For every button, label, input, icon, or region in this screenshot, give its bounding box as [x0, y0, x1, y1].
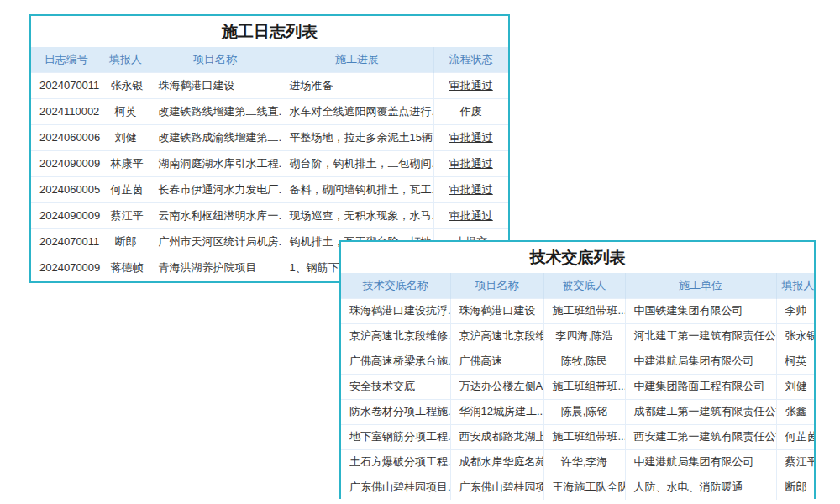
disclosure-name-link[interactable]: 安全技术交底 — [341, 374, 450, 399]
disclosure-name-link[interactable]: 珠海鹤港口建设抗浮... — [341, 298, 450, 323]
disclosure-project-link[interactable]: 华润12城房建工... — [450, 399, 543, 424]
log-status-badge[interactable]: 审批通过 — [433, 176, 508, 202]
disclosure-reporter-cell[interactable]: 刘健 — [776, 374, 814, 399]
construction-log-table-row: 2024090009林康平湖南洞庭湖水库引水工程...砌台阶，钩机排土，二包砌间… — [31, 150, 508, 176]
log-project-link[interactable]: 广州市天河区统计局机房... — [150, 228, 281, 255]
technical-disclosure-table-row: 广东佛山碧桂园项目...广东佛山碧桂园项目王海施工队全队人防、水电、消防暖通断郎 — [341, 475, 814, 500]
technical-disclosure-panel: 技术交底列表 技术交底名称项目名称被交底人施工单位填报人 珠海鹤港口建设抗浮..… — [339, 240, 816, 499]
log-progress-cell: 备料，砌间墙钩机排土，瓦工... — [281, 176, 433, 202]
log-project-link[interactable]: 珠海鹤港口建设 — [150, 72, 281, 98]
technical-disclosure-column-header: 施工单位 — [625, 273, 776, 298]
technical-disclosure-table-header: 技术交底名称项目名称被交底人施工单位填报人 — [341, 273, 814, 298]
technical-disclosure-table: 技术交底名称项目名称被交底人施工单位填报人 珠海鹤港口建设抗浮...珠海鹤港口建… — [341, 273, 814, 500]
disclosure-reporter-cell[interactable]: 张鑫 — [776, 399, 814, 424]
technical-disclosure-title: 技术交底列表 — [341, 242, 814, 273]
log-project-link[interactable]: 长春市伊通河水力发电厂... — [150, 176, 281, 202]
disclosure-reporter-cell[interactable]: 李帅 — [776, 298, 814, 323]
disclosure-project-link[interactable]: 广佛高速 — [450, 349, 543, 374]
disclosure-receiver-cell: 施工班组带班... — [543, 424, 625, 449]
log-status-badge: 作废 — [433, 98, 508, 124]
disclosure-reporter-cell[interactable]: 柯英 — [776, 349, 814, 374]
log-reporter-cell[interactable]: 刘健 — [102, 124, 150, 150]
disclosure-project-link[interactable]: 广东佛山碧桂园项目 — [450, 475, 543, 500]
technical-disclosure-table-row: 京沪高速北京段维修...京沪高速北京段维修李四海,陈浩河北建工第一建筑有限责任公… — [341, 323, 814, 349]
log-status-badge[interactable]: 审批通过 — [433, 150, 508, 176]
construction-log-table-row: 2024090009蔡江平云南水利枢纽潜明水库一...现场巡查，无积水现象，水马… — [31, 202, 508, 228]
disclosure-name-link[interactable]: 广佛高速桥梁承台施... — [341, 349, 450, 374]
log-project-link[interactable]: 云南水利枢纽潜明水库一... — [150, 202, 281, 228]
disclosure-unit-cell: 中国铁建集团有限公司 — [625, 298, 776, 323]
log-project-link[interactable]: 青海洪湖养护院项目 — [150, 255, 281, 281]
disclosure-receiver-cell: 许华,李海 — [543, 449, 625, 475]
disclosure-receiver-cell: 施工班组带班... — [543, 298, 625, 323]
disclosure-reporter-cell[interactable]: 断郎 — [776, 475, 814, 500]
construction-log-column-header: 施工进展 — [281, 47, 433, 72]
technical-disclosure-column-header: 技术交底名称 — [341, 273, 450, 298]
disclosure-receiver-cell: 王海施工队全队 — [543, 475, 625, 500]
log-id-cell[interactable]: 2024060006 — [31, 124, 102, 150]
log-status-badge[interactable]: 审批通过 — [433, 72, 508, 98]
disclosure-receiver-cell: 陈牧,陈民 — [543, 349, 625, 374]
log-id-cell[interactable]: 2024090009 — [31, 150, 102, 176]
log-reporter-cell[interactable]: 何芷茵 — [102, 176, 150, 202]
technical-disclosure-table-row: 土石方爆破分项工程...成都水岸华庭名苑...许华,李海中建港航局集团有限公司蔡… — [341, 449, 814, 475]
log-project-link[interactable]: 改建铁路线增建第二线直... — [150, 98, 281, 124]
disclosure-project-link[interactable]: 珠海鹤港口建设 — [450, 298, 543, 323]
technical-disclosure-table-row: 防水卷材分项工程施...华润12城房建工...陈晨,陈铭成都建工第一建筑有限责任… — [341, 399, 814, 424]
disclosure-unit-cell: 成都建工第一建筑有限责任公司 — [625, 399, 776, 424]
disclosure-name-link[interactable]: 土石方爆破分项工程... — [341, 449, 450, 475]
disclosure-receiver-cell: 李四海,陈浩 — [543, 323, 625, 349]
log-progress-cell: 现场巡查，无积水现象，水马... — [281, 202, 433, 228]
disclosure-reporter-cell[interactable]: 蔡江平 — [776, 449, 814, 475]
construction-log-table-row: 2024060006刘健改建铁路成渝线增建第二...平整场地，拉走多余泥土15辆… — [31, 124, 508, 150]
disclosure-project-link[interactable]: 万达办公楼左侧A... — [450, 374, 543, 399]
log-reporter-cell[interactable]: 蔡江平 — [102, 202, 150, 228]
construction-log-table-header: 日志编号填报人项目名称施工进展流程状态 — [31, 47, 508, 72]
log-id-cell[interactable]: 2024070009 — [31, 255, 102, 281]
log-reporter-cell[interactable]: 柯英 — [102, 98, 150, 124]
log-id-cell[interactable]: 2024090009 — [31, 202, 102, 228]
log-progress-cell: 进场准备 — [281, 72, 433, 98]
technical-disclosure-table-body: 珠海鹤港口建设抗浮...珠海鹤港口建设施工班组带班...中国铁建集团有限公司李帅… — [341, 298, 814, 500]
log-reporter-cell[interactable]: 蒋德帧 — [102, 255, 150, 281]
log-progress-cell: 水车对全线遮阳网覆盖点进行... — [281, 98, 433, 124]
disclosure-project-link[interactable]: 西安成都路龙湖上... — [450, 424, 543, 449]
log-id-cell[interactable]: 2024110002 — [31, 98, 102, 124]
log-id-cell[interactable]: 2024070011 — [31, 228, 102, 255]
disclosure-name-link[interactable]: 地下室钢筋分项工程... — [341, 424, 450, 449]
disclosure-name-link[interactable]: 广东佛山碧桂园项目... — [341, 475, 450, 500]
disclosure-reporter-cell[interactable]: 张永银 — [776, 323, 814, 349]
technical-disclosure-table-row: 地下室钢筋分项工程...西安成都路龙湖上...施工班组带班...西安建工第一建筑… — [341, 424, 814, 449]
disclosure-unit-cell: 中建港航局集团有限公司 — [625, 349, 776, 374]
log-reporter-cell[interactable]: 断郎 — [102, 228, 150, 255]
log-progress-cell: 砌台阶，钩机排土，二包砌间... — [281, 150, 433, 176]
log-id-cell[interactable]: 2024070011 — [31, 72, 102, 98]
construction-log-table-row: 2024110002柯英改建铁路线增建第二线直...水车对全线遮阳网覆盖点进行.… — [31, 98, 508, 124]
disclosure-unit-cell: 西安建工第一建筑有限责任公司 — [625, 424, 776, 449]
technical-disclosure-table-row: 广佛高速桥梁承台施...广佛高速陈牧,陈民中建港航局集团有限公司柯英 — [341, 349, 814, 374]
disclosure-unit-cell: 中建集团路面工程有限公司 — [625, 374, 776, 399]
construction-log-table-row: 2024070011张永银珠海鹤港口建设进场准备审批通过 — [31, 72, 508, 98]
disclosure-project-link[interactable]: 成都水岸华庭名苑... — [450, 449, 543, 475]
construction-log-table-row: 2024060005何芷茵长春市伊通河水力发电厂...备料，砌间墙钩机排土，瓦工… — [31, 176, 508, 202]
disclosure-name-link[interactable]: 防水卷材分项工程施... — [341, 399, 450, 424]
table-header-row: 日志编号填报人项目名称施工进展流程状态 — [31, 47, 508, 72]
page-background: 施工日志列表 日志编号填报人项目名称施工进展流程状态 2024070011张永银… — [0, 0, 840, 504]
disclosure-reporter-cell[interactable]: 何芷茵 — [776, 424, 814, 449]
log-progress-cell: 平整场地，拉走多余泥土15辆... — [281, 124, 433, 150]
disclosure-name-link[interactable]: 京沪高速北京段维修... — [341, 323, 450, 349]
log-project-link[interactable]: 湖南洞庭湖水库引水工程... — [150, 150, 281, 176]
construction-log-column-header: 填报人 — [102, 47, 150, 72]
disclosure-project-link[interactable]: 京沪高速北京段维修 — [450, 323, 543, 349]
construction-log-column-header: 项目名称 — [150, 47, 281, 72]
log-reporter-cell[interactable]: 林康平 — [102, 150, 150, 176]
disclosure-unit-cell: 中建港航局集团有限公司 — [625, 449, 776, 475]
log-status-badge[interactable]: 审批通过 — [433, 202, 508, 228]
log-status-badge[interactable]: 审批通过 — [433, 124, 508, 150]
technical-disclosure-column-header: 填报人 — [776, 273, 814, 298]
technical-disclosure-table-row: 珠海鹤港口建设抗浮...珠海鹤港口建设施工班组带班...中国铁建集团有限公司李帅 — [341, 298, 814, 323]
disclosure-receiver-cell: 陈晨,陈铭 — [543, 399, 625, 424]
log-id-cell[interactable]: 2024060005 — [31, 176, 102, 202]
log-reporter-cell[interactable]: 张永银 — [102, 72, 150, 98]
log-project-link[interactable]: 改建铁路成渝线增建第二... — [150, 124, 281, 150]
